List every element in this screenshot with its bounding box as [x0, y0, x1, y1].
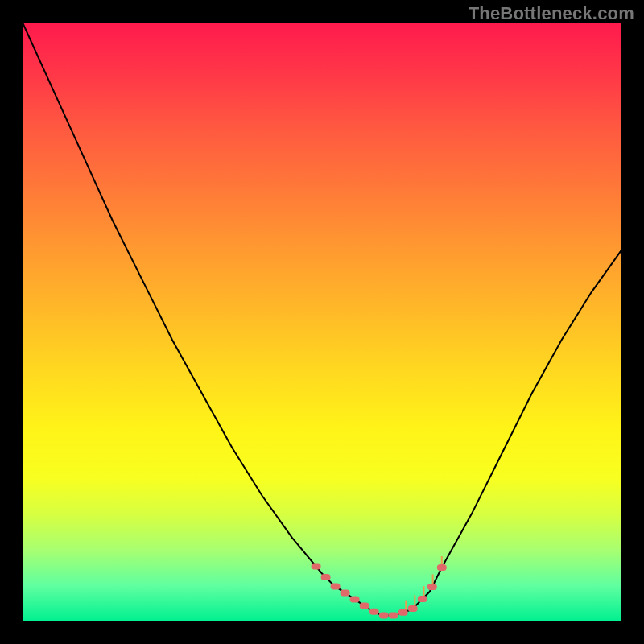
marker-dot [341, 590, 350, 597]
marker-dot [321, 574, 331, 580]
chart-frame: TheBottleneck.com [0, 0, 644, 644]
marker-dot [331, 584, 341, 590]
marker-dot [427, 584, 437, 590]
curve-main [23, 23, 621, 616]
marker-dot [350, 597, 360, 603]
marker-dot [408, 605, 418, 612]
marker-dot [398, 609, 408, 616]
marker-dot [312, 564, 321, 570]
marker-dot [379, 613, 389, 619]
marker-dot [418, 596, 427, 602]
marker-dot [360, 603, 369, 609]
marker-dot [369, 609, 379, 615]
plot-area [23, 23, 621, 621]
marker-dot [389, 613, 398, 619]
chart-svg [23, 23, 621, 621]
watermark-text: TheBottleneck.com [469, 3, 634, 24]
marker-dot [437, 564, 447, 571]
marker-dots [312, 564, 447, 619]
